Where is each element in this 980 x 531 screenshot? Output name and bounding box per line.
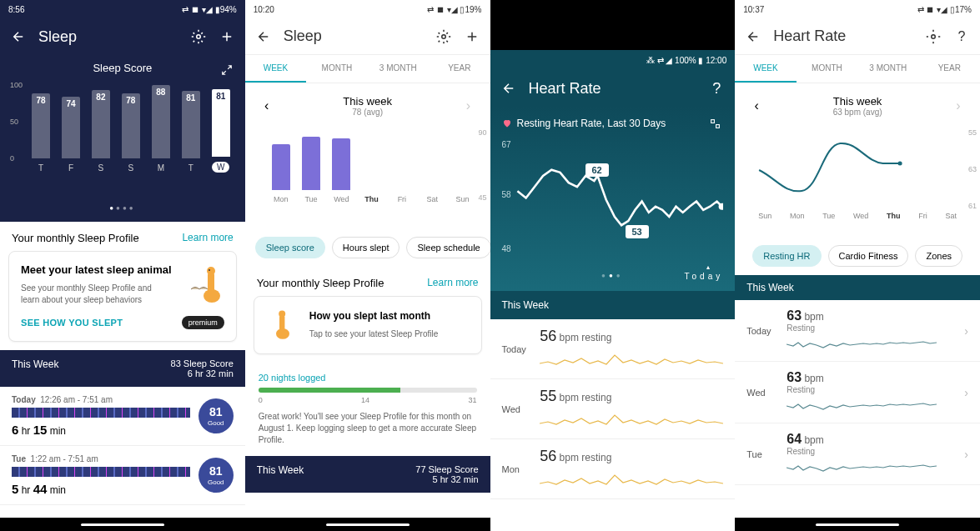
section-title: Your monthly Sleep Profile (257, 277, 384, 289)
status-time: 10:20 (254, 5, 274, 14)
card-subtitle: Tap to see your latest Sleep Profile (309, 328, 470, 340)
svg-point-13 (898, 162, 902, 166)
page-dots[interactable]: ●●●● (10, 204, 235, 212)
status-icons: ⁂ ⇄ ◢ 100% ▮ 12:00 (646, 56, 727, 65)
status-bar: 10:37 ⇄ ⏹ ▾◢ ▯17% (735, 0, 980, 18)
svg-point-5 (441, 34, 445, 38)
gear-icon[interactable] (190, 28, 207, 45)
chip-hours-slept[interactable]: Hours slept (332, 237, 400, 258)
status-bar: ⁂ ⇄ ◢ 100% ▮ 12:00 (490, 50, 736, 70)
week-header: This Week (735, 275, 980, 300)
card-title: How you slept last month (309, 310, 470, 322)
sleep-score-chart[interactable]: 100 50 0 78T74F82S78S88M81T81W (10, 81, 235, 198)
tab-year[interactable]: YEAR (919, 55, 980, 83)
tab-month[interactable]: MONTH (306, 55, 367, 83)
week-header: This Week (490, 291, 736, 319)
expand-icon[interactable] (706, 115, 723, 132)
screen-sleep-light: 10:20 ⇄ ⏹ ▾◢ ▯19% Sleep WEEKMONTH3 MONTH… (245, 0, 490, 531)
expand-icon[interactable] (219, 62, 235, 78)
heart-rate-hero: Resting Heart Rate, Last 30 Days 67 58 4… (490, 107, 736, 291)
tab-month[interactable]: MONTH (797, 55, 857, 83)
svg-rect-10 (716, 124, 719, 128)
resting-hr-week-chart[interactable]: 55 63 61 SunMonTueWedThuFriSat (735, 128, 980, 237)
learn-more-link[interactable]: Learn more (427, 277, 478, 289)
see-how-slept-button[interactable]: SEE HOW YOU SLEPT (21, 318, 123, 328)
hero-subtitle: Resting Heart Rate, Last 30 Days (502, 115, 724, 132)
week-duration: 6 hr 32 min (171, 368, 234, 378)
tab-week[interactable]: WEEK (245, 55, 306, 83)
prev-icon[interactable]: ‹ (259, 98, 275, 114)
tab-week[interactable]: WEEK (735, 55, 796, 83)
back-icon[interactable] (255, 28, 272, 45)
sleep-profile-card[interactable]: How you slept last month Tap to see your… (254, 296, 482, 354)
giraffe-icon (266, 308, 299, 342)
learn-more-link[interactable]: Learn more (182, 232, 233, 244)
hr-day-row[interactable]: Today 63 bpm Resting › (735, 300, 980, 362)
hr-day-row[interactable]: Today 56 bpm resting (490, 319, 736, 379)
back-icon[interactable] (745, 28, 761, 45)
next-icon[interactable]: › (460, 98, 477, 114)
hr-day-row[interactable]: Wed 55 bpm resting (490, 379, 736, 439)
nav-bar (245, 518, 490, 531)
plus-icon[interactable] (219, 28, 235, 45)
week-duration: 5 hr 32 min (415, 474, 478, 484)
hero-title: Sleep Score (10, 62, 235, 74)
chip-zones[interactable]: Zones (915, 245, 962, 267)
gear-icon[interactable] (925, 28, 942, 45)
app-bar: Heart Rate ? (490, 70, 736, 107)
chip-sleep-score[interactable]: Sleep score (255, 237, 325, 258)
status-icons: ⇄ ⏹ ▾◢ ▮94% (182, 5, 236, 14)
screen-sleep-dark: 8:56 ⇄ ⏹ ▾◢ ▮94% Sleep Sleep Score 100 5… (0, 0, 245, 531)
app-bar: Sleep (245, 18, 490, 55)
hr-day-row[interactable]: Tue 64 bpm Resting › (735, 423, 980, 485)
gear-icon[interactable] (435, 28, 452, 45)
back-icon[interactable] (10, 28, 27, 45)
tab-3-month[interactable]: 3 MONTH (857, 55, 918, 83)
resting-hr-chart[interactable]: 67 58 48 62 53 (502, 140, 724, 265)
help-icon[interactable]: ? (708, 80, 725, 97)
sleep-day-row[interactable]: Today 12:26 am - 7:51 am 6 hr 15 min 81G… (0, 387, 245, 446)
chip-sleep-schedule[interactable]: Sleep schedule (406, 237, 490, 258)
svg-point-4 (209, 269, 210, 271)
page-dots[interactable]: ●●● Today ▴ (502, 272, 724, 279)
giraffe-icon (183, 264, 224, 306)
card-subtitle: See your monthly Sleep Profile and learn… (21, 283, 173, 306)
metric-chips: Resting HRCardio FitnessZones (735, 237, 980, 275)
hr-day-row[interactable]: Wed 63 bpm Resting › (735, 362, 980, 423)
sleep-day-row[interactable]: Tue 1:22 am - 7:51 am 5 hr 44 min 81Good (0, 446, 245, 505)
chip-resting-hr[interactable]: Resting HR (752, 245, 821, 267)
page-title: Sleep (38, 28, 178, 46)
heart-icon (502, 118, 512, 128)
tab-year[interactable]: YEAR (429, 55, 490, 83)
chevron-right-icon: › (964, 324, 968, 338)
progress-section: 20 nights logged 01431 Great work! You'l… (245, 363, 490, 456)
chip-cardio-fitness[interactable]: Cardio Fitness (828, 245, 909, 267)
back-icon[interactable] (500, 80, 517, 97)
sleep-score-hero: Sleep Score 100 50 0 78T74F82S78S88M81T8… (0, 55, 245, 222)
callout-low: 53 (626, 225, 649, 238)
week-label: This Week (12, 358, 58, 378)
next-icon[interactable]: › (950, 98, 967, 114)
sleep-week-chart[interactable]: 90 45 MonTueWedThuFriSatSun (245, 128, 490, 228)
app-bar: Heart Rate ? (735, 18, 980, 55)
period-nav: ‹ This week 63 bpm (avg) › (735, 83, 980, 128)
screen-heart-dark: ⁂ ⇄ ◢ 100% ▮ 12:00 Heart Rate ? Resting … (490, 0, 736, 531)
period-title: This week (343, 95, 392, 108)
week-header: This Week 83 Sleep Score 6 hr 32 min (0, 350, 245, 387)
hr-day-row[interactable]: Mon 56 bpm resting (490, 439, 736, 499)
period-tabs: WEEKMONTH3 MONTHYEAR (735, 55, 980, 83)
plus-icon[interactable] (464, 28, 480, 45)
status-icons: ⇄ ⏹ ▾◢ ▯19% (427, 5, 481, 14)
tab-3-month[interactable]: 3 MONTH (368, 55, 429, 83)
status-bar: 10:20 ⇄ ⏹ ▾◢ ▯19% (245, 0, 490, 18)
sleep-animal-card[interactable]: Meet your latest sleep animal See your m… (8, 251, 237, 342)
help-icon[interactable]: ? (953, 28, 970, 45)
card-title: Meet your latest sleep animal (21, 263, 173, 276)
period-tabs: WEEKMONTH3 MONTHYEAR (245, 55, 490, 83)
chevron-right-icon: › (964, 448, 968, 461)
prev-icon[interactable]: ‹ (748, 98, 765, 114)
today-label: Today (685, 272, 724, 281)
screen-heart-light: 10:37 ⇄ ⏹ ▾◢ ▯17% Heart Rate ? WEEKMONTH… (735, 0, 980, 531)
period-title: This week (833, 95, 882, 108)
section-header: Your monthly Sleep Profile Learn more (245, 267, 490, 296)
